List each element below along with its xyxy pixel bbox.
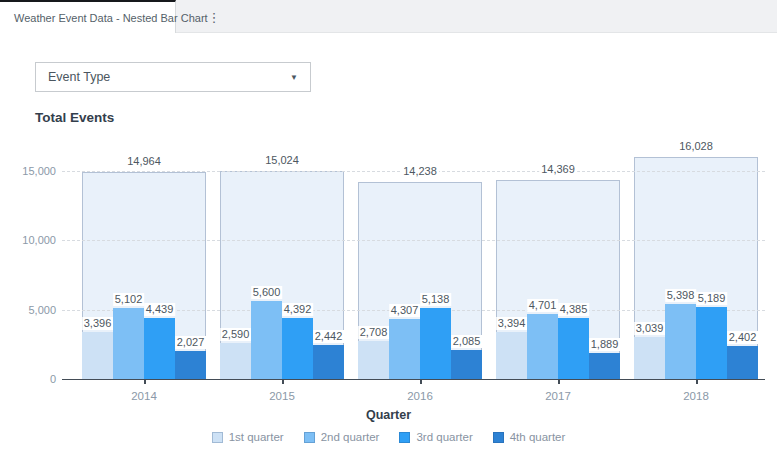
value-label-2017-1st-quarter: 3,394 (496, 317, 528, 330)
application-window: Weather Event Data - Nested Bar Chart ⋮ … (0, 0, 777, 472)
bar-2018-1st-quarter[interactable] (634, 337, 665, 379)
x-tick-label-2018: 2018 (666, 390, 726, 402)
bar-2018-4th-quarter[interactable] (727, 346, 758, 379)
legend-label: 1st quarter (229, 431, 284, 443)
value-label-2015-4th-quarter: 2,442 (313, 330, 345, 343)
legend-swatch-icon (399, 432, 410, 443)
legend-item-2nd-quarter[interactable]: 2nd quarter (304, 431, 380, 443)
y-axis: 05,00010,00015,000 (0, 140, 56, 379)
total-label-2015: 15,024 (263, 154, 301, 167)
value-label-2017-4th-quarter: 1,889 (589, 338, 621, 351)
inner-bars-layer: 14,9643,3965,1024,4392,02715,0242,5905,6… (62, 140, 765, 379)
bar-2015-1st-quarter[interactable] (220, 343, 251, 379)
y-tick-label: 0 (0, 372, 56, 386)
legend-label: 3rd quarter (416, 431, 472, 443)
legend-item-3rd-quarter[interactable]: 3rd quarter (399, 431, 472, 443)
value-label-2015-1st-quarter: 2,590 (220, 328, 252, 341)
bar-2017-2nd-quarter[interactable] (527, 314, 558, 379)
value-label-2014-3rd-quarter: 4,439 (144, 303, 176, 316)
value-label-2018-4th-quarter: 2,402 (727, 331, 759, 344)
value-label-2016-1st-quarter: 2,708 (358, 326, 390, 339)
value-label-2016-3rd-quarter: 5,138 (420, 293, 452, 306)
tab-weather-event-data[interactable]: Weather Event Data - Nested Bar Chart ⋮ (0, 0, 176, 33)
bar-2015-3rd-quarter[interactable] (282, 318, 313, 379)
value-label-2014-1st-quarter: 3,396 (82, 317, 114, 330)
bar-2017-4th-quarter[interactable] (589, 353, 620, 379)
value-label-2017-3rd-quarter: 4,385 (558, 303, 590, 316)
bar-2014-3rd-quarter[interactable] (144, 318, 175, 380)
value-label-2017-2nd-quarter: 4,701 (527, 299, 559, 312)
value-label-2016-4th-quarter: 2,085 (451, 335, 483, 348)
y-tick-label: 10,000 (0, 233, 56, 247)
plot-area: 14,9643,3965,1024,4392,02715,0242,5905,6… (62, 140, 765, 379)
bar-2014-2nd-quarter[interactable] (113, 308, 144, 379)
chevron-down-icon: ▼ (290, 73, 298, 82)
bar-2015-4th-quarter[interactable] (313, 345, 344, 379)
x-axis-title: Quarter (0, 408, 777, 422)
y-tick-label: 5,000 (0, 303, 56, 317)
legend-swatch-icon (212, 432, 223, 443)
total-label-2014: 14,964 (125, 155, 163, 168)
legend-label: 4th quarter (510, 431, 566, 443)
x-tick-label-2015: 2015 (252, 390, 312, 402)
legend: 1st quarter2nd quarter3rd quarter4th qua… (0, 431, 777, 443)
bar-2016-1st-quarter[interactable] (358, 341, 389, 379)
value-label-2015-2nd-quarter: 5,600 (251, 286, 283, 299)
bar-2018-2nd-quarter[interactable] (665, 304, 696, 379)
bar-2017-1st-quarter[interactable] (496, 332, 527, 379)
legend-item-4th-quarter[interactable]: 4th quarter (493, 431, 566, 443)
tab-bar: Weather Event Data - Nested Bar Chart ⋮ (0, 0, 777, 33)
y-tick-label: 15,000 (0, 164, 56, 178)
value-label-2014-2nd-quarter: 5,102 (113, 293, 145, 306)
dropdown-selected-value: Event Type (48, 70, 110, 84)
x-tick-label-2017: 2017 (528, 390, 588, 402)
x-tick-label-2014: 2014 (114, 390, 174, 402)
bar-2014-1st-quarter[interactable] (82, 332, 113, 379)
bar-2018-3rd-quarter[interactable] (696, 307, 727, 379)
x-axis-line (62, 379, 765, 381)
value-label-2016-2nd-quarter: 4,307 (389, 304, 421, 317)
kebab-menu-icon[interactable]: ⋮ (208, 11, 221, 24)
value-label-2018-2nd-quarter: 5,398 (665, 289, 697, 302)
legend-swatch-icon (304, 432, 315, 443)
bar-2017-3rd-quarter[interactable] (558, 318, 589, 379)
legend-swatch-icon (493, 432, 504, 443)
value-label-2014-4th-quarter: 2,027 (175, 336, 207, 349)
event-type-dropdown[interactable]: Event Type ▼ (35, 62, 311, 92)
value-label-2018-1st-quarter: 3,039 (634, 322, 666, 335)
bar-2014-4th-quarter[interactable] (175, 351, 206, 379)
total-label-2017: 14,369 (539, 163, 577, 176)
bar-2016-3rd-quarter[interactable] (420, 308, 451, 379)
total-label-2018: 16,028 (677, 140, 715, 153)
tab-title: Weather Event Data - Nested Bar Chart (14, 12, 208, 24)
total-label-2016: 14,238 (401, 165, 439, 178)
legend-item-1st-quarter[interactable]: 1st quarter (212, 431, 284, 443)
bar-2016-2nd-quarter[interactable] (389, 319, 420, 379)
bar-2016-4th-quarter[interactable] (451, 350, 482, 379)
chart-title: Total Events (35, 110, 114, 125)
value-label-2015-3rd-quarter: 4,392 (282, 303, 314, 316)
legend-label: 2nd quarter (321, 431, 380, 443)
bar-2015-2nd-quarter[interactable] (251, 301, 282, 379)
x-tick-label-2016: 2016 (390, 390, 450, 402)
value-label-2018-3rd-quarter: 5,189 (696, 292, 728, 305)
